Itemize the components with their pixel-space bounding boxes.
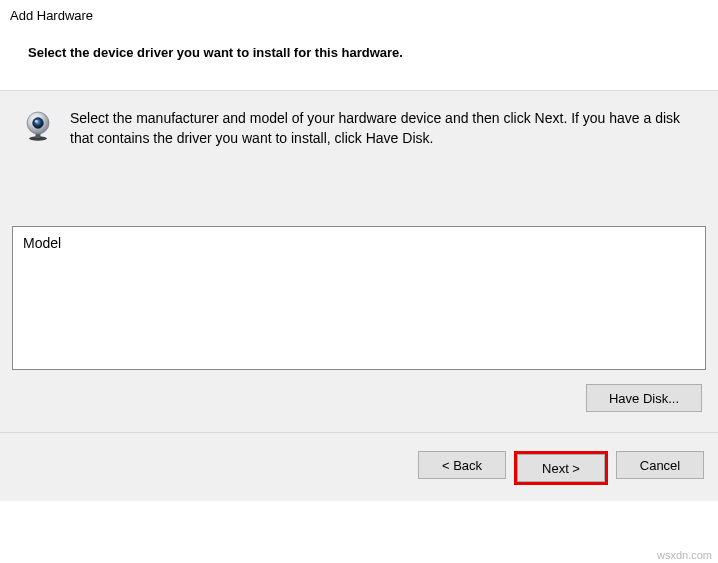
window-title: Add Hardware — [10, 8, 708, 23]
model-column-header: Model — [23, 235, 695, 251]
instruction-text: Select the manufacturer and model of you… — [70, 109, 700, 148]
back-button[interactable]: < Back — [418, 451, 506, 479]
svg-point-3 — [33, 118, 44, 129]
hardware-device-icon — [22, 110, 54, 142]
have-disk-button[interactable]: Have Disk... — [586, 384, 702, 412]
next-button-highlight: Next > — [514, 451, 608, 485]
svg-point-4 — [35, 120, 38, 123]
wizard-footer: < Back Next > Cancel — [0, 432, 718, 501]
next-button[interactable]: Next > — [517, 454, 605, 482]
page-heading: Select the device driver you want to ins… — [28, 45, 708, 60]
cancel-button[interactable]: Cancel — [616, 451, 704, 479]
model-list[interactable]: Model — [12, 226, 706, 370]
watermark-text: wsxdn.com — [657, 549, 712, 561]
